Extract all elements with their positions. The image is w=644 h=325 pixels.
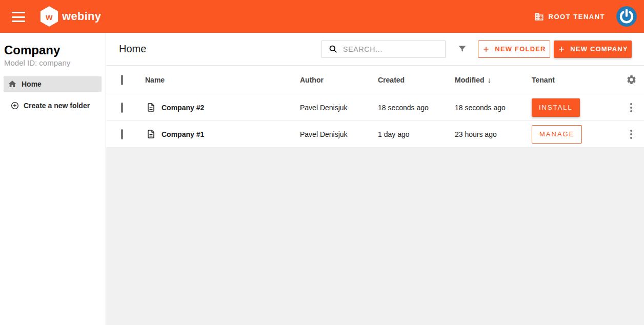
model-title: Company [4,43,106,57]
column-header-created: Created [378,76,455,84]
select-all-checkbox[interactable] [121,75,123,85]
cell-modified: 23 hours ago [455,130,532,138]
sidebar-item-label: Home [22,80,42,88]
entry-name-link[interactable]: Company #2 [162,104,204,112]
search-box [321,40,446,58]
create-folder-button[interactable]: Create a new folder [4,98,102,113]
power-avatar-icon [616,6,637,27]
empty-list-area [106,148,644,325]
circled-plus-icon [11,101,19,110]
folder-tree: Home Create a new folder [0,76,106,113]
gear-icon[interactable] [626,74,637,85]
model-id-label: Model ID: company [4,58,106,67]
house-icon [8,79,17,89]
plus-icon [482,45,490,53]
sidebar: Company Model ID: company Home Create a … [0,33,106,325]
row-checkbox[interactable] [121,103,123,113]
column-header-tenant: Tenant [532,76,619,84]
cell-author: Pavel Denisjuk [300,104,378,112]
webiny-hexagon-icon: w [40,6,58,27]
new-company-button[interactable]: NEW COMPANY [554,40,632,58]
list-toolbar: Home NEW FOLDER [106,33,644,66]
webiny-logo[interactable]: w webiny [40,6,101,27]
top-app-bar: w webiny ROOT TENANT [0,0,644,33]
column-header-name: Name [145,76,300,84]
entry-name-link[interactable]: Company #1 [162,130,204,138]
building-icon [534,12,544,22]
row-checkbox[interactable] [121,129,123,139]
root-tenant-button[interactable]: ROOT TENANT [534,12,605,22]
webiny-wordmark: webiny [62,10,101,23]
sort-desc-icon: ↓ [488,75,492,84]
cell-modified: 18 seconds ago [455,104,532,112]
page-title: Home [119,43,146,55]
search-input[interactable] [343,45,440,53]
kebab-menu-icon[interactable] [627,100,635,115]
main-content: Home NEW FOLDER [106,33,644,325]
table-row[interactable]: Company #2 Pavel Denisjuk 18 seconds ago… [106,94,644,121]
column-header-modified[interactable]: Modified ↓ [455,75,532,84]
search-icon [328,44,338,54]
tenant-manage-button[interactable]: MANAGE [532,125,582,144]
document-icon [146,103,156,112]
user-avatar[interactable] [616,6,637,27]
cell-author: Pavel Denisjuk [300,130,378,138]
plus-icon [557,45,566,53]
filter-icon[interactable] [457,44,468,54]
column-header-author: Author [300,76,378,84]
cell-created: 18 seconds ago [378,104,455,112]
cell-created: 1 day ago [378,130,455,138]
document-icon [146,129,156,139]
table-row[interactable]: Company #1 Pavel Denisjuk 1 day ago 23 h… [106,121,644,148]
create-folder-label: Create a new folder [24,101,90,110]
svg-text:w: w [45,12,53,22]
table-header: Name Author Created Modified ↓ Tenant [106,66,644,94]
new-folder-button[interactable]: NEW FOLDER [478,40,550,58]
root-tenant-label: ROOT TENANT [549,13,605,21]
sidebar-item-home[interactable]: Home [4,76,102,92]
kebab-menu-icon[interactable] [627,127,635,142]
tenant-install-button[interactable]: INSTALL [532,98,580,117]
menu-icon[interactable] [12,12,25,22]
